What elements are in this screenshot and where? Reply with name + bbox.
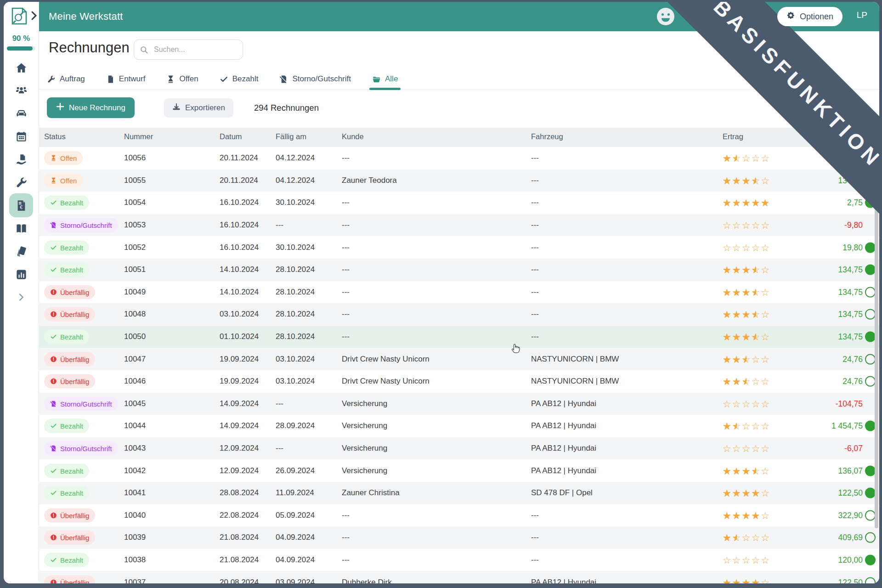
status-label: Storno/Gutschrift	[60, 445, 112, 452]
col-status: Status	[44, 132, 66, 141]
table-row-10045[interactable]: Storno/Gutschrift1004514.09.2024---Versi…	[39, 393, 879, 415]
profit-value: -9,80	[844, 220, 863, 230]
vertical-scrollbar[interactable]	[875, 175, 878, 528]
table-row-10050[interactable]: Bezahlt1005001.10.202428.10.2024------☆☆…	[39, 326, 879, 348]
check-icon	[50, 467, 57, 474]
tab-auftrag[interactable]: Auftrag	[47, 69, 85, 89]
profit-value: 409,69	[838, 533, 863, 543]
chart-icon	[15, 268, 28, 281]
status-label: Bezahlt	[60, 422, 83, 430]
status-label: Überfällig	[60, 378, 89, 385]
table-row-10040[interactable]: Überfällig1004022.08.202405.09.2024-----…	[39, 504, 879, 527]
due-date: ---	[276, 444, 283, 453]
app-logo-icon[interactable]	[10, 6, 29, 27]
sidebar-item-wrench[interactable]	[4, 171, 39, 194]
tab-bezahlt[interactable]: Bezahlt	[220, 69, 259, 89]
payment-status-dot-filled	[865, 488, 876, 498]
customer: ---	[342, 265, 350, 274]
file-slash-icon	[50, 400, 57, 407]
customer: Versicherung	[342, 444, 387, 453]
sidebar-item-hand-doc[interactable]	[4, 148, 39, 171]
book-icon	[15, 222, 28, 235]
table-row-10053[interactable]: Storno/Gutschrift1005316.10.2024--------…	[39, 214, 879, 237]
sidebar-item-home[interactable]	[4, 56, 39, 79]
table-row-10054[interactable]: Bezahlt1005416.10.202430.10.2024------☆☆…	[39, 192, 879, 214]
file-slash-icon	[50, 222, 57, 229]
table-row-10038[interactable]: Bezahlt1003821.08.202404.09.2024------☆☆…	[39, 549, 879, 571]
status-label: Bezahlt	[60, 489, 83, 497]
payment-status-dot-outline	[865, 577, 876, 583]
rating-stars: ☆☆☆☆☆★★★★★	[723, 577, 770, 583]
invoice-number: 10048	[124, 310, 146, 319]
table-row-10039[interactable]: Überfällig1003921.08.202404.09.2024-----…	[39, 526, 879, 549]
export-button[interactable]: Exportieren	[164, 98, 233, 118]
status-label: Storno/Gutschrift	[60, 221, 112, 229]
table-row-10052[interactable]: Bezahlt1005216.10.202430.10.2024------☆☆…	[39, 236, 879, 259]
sidebar-item-car[interactable]	[4, 102, 39, 125]
tab-label: Entwurf	[119, 74, 146, 84]
user-initials[interactable]: LP	[857, 10, 867, 20]
invoice-number: 10040	[124, 511, 146, 520]
options-button-label: Optionen	[800, 12, 833, 22]
cards-icon	[15, 245, 28, 258]
status-label: Überfällig	[60, 355, 89, 363]
status-badge-bezahlt: Bezahlt	[44, 240, 89, 254]
status-label: Überfällig	[60, 288, 89, 296]
sidebar-item-book[interactable]	[4, 217, 39, 240]
status-badge-bezahlt: Bezahlt	[44, 553, 89, 567]
tab-entwurf[interactable]: Entwurf	[106, 69, 146, 89]
search-box[interactable]	[134, 40, 243, 60]
table-header: Status Nummer Datum Fällig am Kunde Fahr…	[39, 128, 879, 147]
tab-alle[interactable]: Alle	[372, 69, 398, 89]
table-row-10051[interactable]: Bezahlt1005114.10.202428.10.2024------☆☆…	[39, 259, 879, 281]
profit-value: -104,75	[836, 399, 863, 408]
tab-storno-gutschrift[interactable]: Storno/Gutschrift	[279, 69, 351, 89]
table-row-10055[interactable]: Offen1005520.11.202404.12.2024Zauner Teo…	[39, 170, 879, 192]
customer: ---	[342, 198, 350, 207]
rating-stars: ☆☆☆☆☆★★★★★	[723, 399, 770, 408]
invoice-date: 19.09.2024	[220, 377, 259, 386]
invoice-date: 12.09.2024	[220, 444, 259, 453]
due-date: 03.10.2024	[276, 377, 315, 386]
sidebar-item-users[interactable]	[4, 79, 39, 102]
options-button[interactable]: Optionen	[777, 7, 842, 26]
sidebar-expand-icon[interactable]	[30, 10, 38, 21]
invoice-number: 10044	[124, 421, 146, 430]
customer: ---	[342, 243, 350, 252]
table-row-10044[interactable]: Bezahlt1004414.09.202428.09.2024Versiche…	[39, 415, 879, 437]
table-row-10047[interactable]: Überfällig1004719.09.202403.10.2024Drivt…	[39, 348, 879, 370]
chevron-right-icon	[16, 292, 26, 302]
download-icon	[172, 103, 181, 113]
invoice-date: 16.10.2024	[220, 198, 259, 207]
new-invoice-button[interactable]: Neue Rechnung	[47, 97, 135, 118]
status-label: Bezahlt	[60, 266, 83, 274]
tab-label: Auftrag	[60, 74, 85, 84]
invoice-date: 20.08.2024	[220, 578, 259, 583]
sidebar-item-calendar[interactable]	[4, 125, 39, 148]
feedback-smiley-icon[interactable]	[656, 7, 675, 26]
table-row-10046[interactable]: Überfällig1004619.09.202403.10.2024Drivt…	[39, 370, 879, 393]
due-date: 30.10.2024	[276, 198, 315, 207]
table-row-10049[interactable]: Überfällig1004914.10.202428.10.2024-----…	[39, 281, 879, 304]
invoice-number: 10053	[124, 220, 146, 230]
tab-offen[interactable]: Offen	[166, 69, 198, 89]
sidebar-item-invoice[interactable]: €	[4, 194, 39, 217]
table-row-10056[interactable]: Offen1005620.11.202404.12.2024------☆☆☆☆…	[39, 147, 879, 170]
profit-value: 136,07	[838, 466, 863, 475]
sidebar-item-chart[interactable]	[4, 263, 39, 286]
tab-label: Storno/Gutschrift	[292, 74, 351, 84]
payment-status-dot-filled	[865, 242, 876, 253]
table-row-10048[interactable]: Überfällig1004803.10.202428.10.2024-----…	[39, 303, 879, 326]
table-row-10043[interactable]: Storno/Gutschrift1004312.09.2024---Versi…	[39, 437, 879, 460]
search-input[interactable]	[153, 45, 237, 54]
table-row-10042[interactable]: Bezahlt1004212.09.202426.09.2024Versiche…	[39, 459, 879, 482]
sidebar-more-chevron-icon[interactable]	[4, 286, 39, 309]
table-row-10041[interactable]: Bezahlt1004128.08.202411.09.2024Zauner C…	[39, 482, 879, 504]
sidebar-item-cards[interactable]	[4, 240, 39, 263]
profit-value: 122,50	[838, 488, 863, 498]
hourglass-icon	[166, 75, 175, 84]
vehicle: ---	[531, 243, 539, 252]
table-row-10037[interactable]: Überfällig1003720.08.202403.09.2024Dubbe…	[39, 571, 879, 583]
status-label: Bezahlt	[60, 333, 83, 341]
invoice-date: 21.08.2024	[220, 555, 259, 565]
